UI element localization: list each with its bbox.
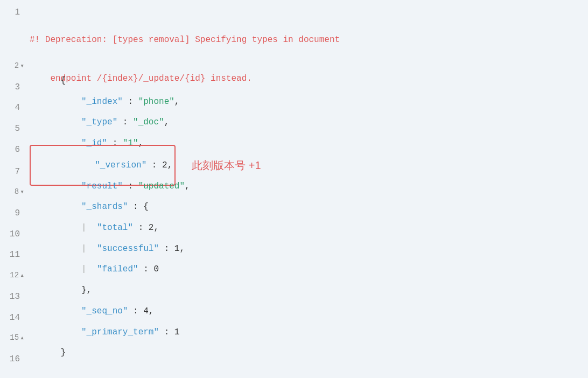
code-line-2: 2 ▾ { [0,59,588,80]
line-number-13: 13 [0,290,30,302]
arrow-8: ▾ [20,187,24,196]
line-number-8: 8 ▾ [0,185,30,196]
line-number-12: 12 ▴ [0,269,30,279]
code-line-7: 7 "result" : "updated", [0,165,588,186]
line-num-15-text: 15 [10,333,19,342]
code-line-15: 15 ▴ } [0,331,588,352]
line-num-2-text: 2 [15,61,19,70]
code-line-1: 1 #! Deprecation: [types removal] Specif… [0,5,588,59]
code-line-12: 12 ▴ }, [0,269,588,290]
line-number-11: 11 [0,248,30,260]
code-line-14: 14 "_primary_term" : 1 [0,311,588,332]
line-number-9: 9 [0,206,30,218]
code-line-6: 6 "_version" : 2, 此刻版本号 +1 [0,143,588,165]
line-number-7: 7 [0,165,30,177]
line-number-14: 14 [0,311,30,323]
line-content-16 [30,352,588,354]
arrow-15: ▴ [20,333,24,342]
line-number-16: 16 [0,352,30,364]
code-line-13: 13 "_seq_no" : 4, [0,290,588,311]
line-number-4: 4 [0,101,30,113]
arrow-2: ▾ [20,61,24,70]
code-line-5: 5 "_id" : "1", [0,122,588,143]
code-line-11: 11 | "failed" : 0 [0,248,588,269]
line-number-1: 1 [0,5,30,17]
code-line-3: 3 "_index" : "phone", [0,80,588,101]
line-number-10: 10 [0,227,30,239]
code-line-10: 10 | "successful" : 1, [0,227,588,248]
line-number-6: 6 [0,143,30,155]
comment-text-1: #! Deprecation: [types removal] Specifyi… [30,35,340,45]
line-number-15: 15 ▴ [0,331,30,342]
code-line-8: 8 ▾ "_shards" : { [0,185,588,206]
line-number-2: 2 ▾ [0,59,30,70]
line-number-5: 5 [0,122,30,134]
code-line-4: 4 "_type" : "_doc", [0,101,588,122]
code-container: 1 #! Deprecation: [types removal] Specif… [0,0,588,378]
line-num-8-text: 8 [15,187,19,196]
arrow-12: ▴ [20,271,24,279]
code-line-9: 9 | "total" : 2, [0,206,588,227]
line-num-12-text: 12 [10,271,19,279]
code-line-16: 16 [0,352,588,373]
line-number-3: 3 [0,80,30,92]
